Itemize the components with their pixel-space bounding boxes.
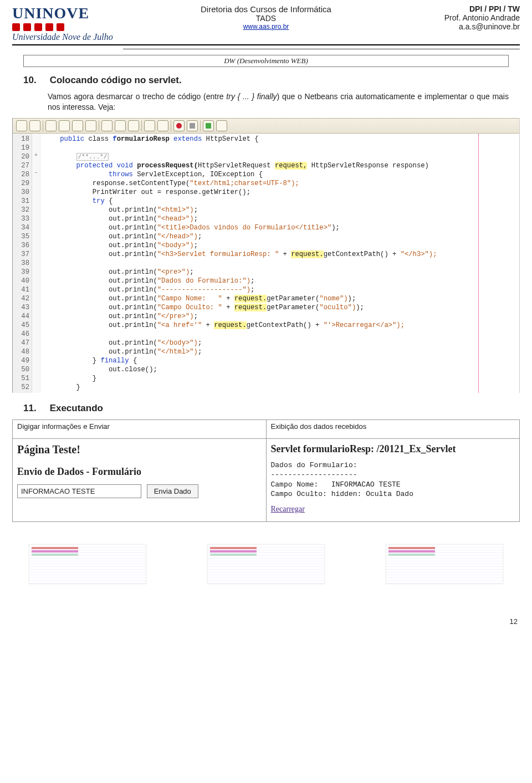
results-left-button[interactable]: Envia Dado [147, 484, 198, 498]
code-line [44, 144, 516, 152]
toolbar-button-icon[interactable] [45, 120, 57, 131]
code-line: out.println("</pre>"); [44, 312, 516, 321]
fold-mark-icon [32, 160, 40, 169]
fold-mark-icon [32, 240, 40, 249]
toolbar-separator [171, 120, 171, 131]
page-number: 12 [12, 617, 518, 626]
code-line: public class formularioResp extends Http… [44, 135, 516, 144]
results-right-link[interactable]: Recarregar [271, 505, 305, 514]
fold-mark-icon [32, 284, 40, 293]
page-thumbnail [207, 544, 325, 584]
results-table: Digigar informações e Enviar Exibição do… [12, 419, 520, 522]
section-10-body: Vamos agora desmarcar o trecho de código… [48, 91, 509, 112]
page-thumbnail [386, 544, 503, 584]
results-right-caption: Exibição dos dados recebidos [266, 419, 520, 438]
fold-mark-icon [32, 222, 40, 231]
fold-mark-icon [32, 373, 40, 382]
toolbar-button-icon[interactable] [144, 120, 155, 131]
code-content: public class formularioResp extends Http… [40, 134, 519, 393]
dot-icon [57, 23, 64, 31]
toolbar-button-icon[interactable] [59, 120, 70, 131]
fold-mark-icon [32, 382, 40, 391]
fold-mark-icon [32, 178, 40, 187]
line-number: 31 [14, 197, 29, 206]
dot-icon [12, 23, 20, 31]
header-rule-thin [123, 49, 520, 49]
code-line: out.println("<head>"); [44, 214, 516, 223]
line-number: 51 [14, 374, 29, 383]
line-number: 39 [14, 268, 29, 277]
toolbar-button-icon[interactable] [157, 120, 168, 131]
toolbar-stop-icon[interactable] [173, 120, 185, 131]
toolbar-button-icon[interactable] [128, 120, 139, 131]
fold-mark-icon[interactable]: + [32, 151, 40, 160]
fold-mark-icon [32, 311, 40, 320]
code-line: } [44, 374, 516, 383]
toolbar-button-icon[interactable] [72, 120, 83, 131]
toolbar-separator [200, 120, 201, 131]
line-number: 38 [14, 259, 29, 268]
header-center-link: www.aas.pro.br [134, 23, 398, 30]
code-line: out.println("<html>"); [44, 206, 516, 214]
toolbar-button-icon[interactable] [29, 120, 40, 131]
section-10-body-a: Vamos agora desmarcar o trecho de código… [48, 92, 226, 101]
toolbar-button-icon[interactable] [216, 120, 227, 131]
section-10-title: Colocando código no servlet. [50, 75, 182, 85]
fold-mark-icon [32, 355, 40, 364]
code-line: out.println("--------------------"); [44, 285, 516, 294]
line-number: 35 [14, 232, 29, 241]
line-number: 34 [14, 223, 29, 232]
dot-icon [45, 23, 53, 31]
header-rule [12, 44, 520, 45]
code-line: out.println("Dados do Formulario:"); [44, 277, 516, 285]
code-line: out.println("<h3>Servlet formularioResp:… [44, 250, 516, 259]
logo-text: UNINOVE [12, 4, 134, 22]
fold-mark-icon [32, 329, 40, 337]
code-line: out.println("<a href='" + request.getCon… [44, 321, 516, 330]
code-line: out.println("<pre>"); [44, 268, 516, 277]
logo-block: UNINOVE Universidade Nove de Julho [12, 4, 134, 42]
toolbar-button-icon[interactable] [187, 120, 198, 131]
fold-mark-icon [32, 249, 40, 258]
code-line: /**...*/ [44, 152, 516, 161]
code-line [44, 330, 516, 339]
code-line: out.println("<title>Dados vindos do Form… [44, 223, 516, 232]
results-left-h2: Envio de Dados - Formulário [17, 466, 262, 478]
results-left-input[interactable]: INFORMACAO TESTE [17, 484, 141, 498]
section-11-num: 11. [23, 403, 48, 414]
fold-mark-icon [32, 346, 40, 355]
results-left-h1: Página Teste! [17, 443, 262, 456]
toolbar-button-icon[interactable] [16, 120, 27, 131]
course-box-title: DW (Desenvolvimento WEB) [23, 55, 509, 67]
code-area: 1819202728293031323334353637383940414243… [13, 134, 519, 393]
line-number: 42 [14, 294, 29, 303]
toolbar-run-icon[interactable] [203, 120, 214, 131]
fold-mark-icon [32, 275, 40, 284]
line-number: 32 [14, 206, 29, 214]
section-11-title: Executando [50, 403, 103, 413]
fold-mark-icon [32, 267, 40, 275]
fold-mark-icon [32, 302, 40, 311]
header-center-line2: TADS [134, 14, 398, 23]
line-number: 52 [14, 383, 29, 392]
header-center: Diretoria dos Cursos de Informática TADS… [134, 4, 398, 30]
line-number: 20 [14, 152, 29, 161]
toolbar-separator [43, 120, 43, 131]
line-number: 27 [14, 161, 29, 170]
section-10-num: 10. [23, 75, 48, 86]
results-left-cell: Página Teste! Envio de Dados - Formulári… [13, 438, 267, 521]
toolbar-separator [99, 120, 99, 131]
toolbar-button-icon[interactable] [115, 120, 126, 131]
code-line: throws ServletException, IOException { [44, 170, 516, 179]
fold-mark-icon [32, 258, 40, 267]
fold-mark-icon [32, 204, 40, 213]
code-line: out.println("</html>"); [44, 347, 516, 356]
toolbar-button-icon[interactable] [85, 120, 96, 131]
fold-mark-icon [32, 134, 40, 142]
fold-mark-icon[interactable]: − [32, 169, 40, 178]
code-line: out.println("<body>"); [44, 241, 516, 250]
results-right-pre: Dados do Formulario: -------------------… [271, 460, 515, 499]
toolbar-button-icon[interactable] [101, 120, 112, 131]
line-number: 44 [14, 312, 29, 321]
line-number: 30 [14, 188, 29, 197]
